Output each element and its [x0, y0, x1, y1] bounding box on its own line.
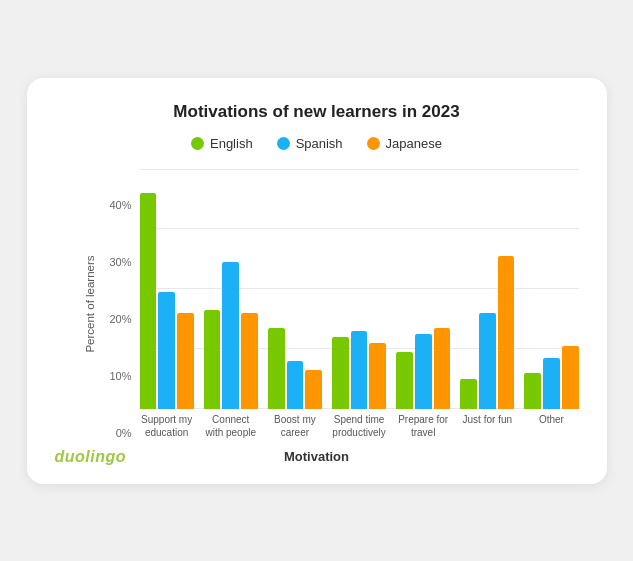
x-axis-label: Other	[524, 413, 578, 439]
x-axis-title: Motivation	[55, 449, 579, 464]
y-axis-label: 30%	[110, 256, 132, 268]
bar	[369, 343, 386, 409]
x-axis-label: Just for fun	[460, 413, 514, 439]
x-labels: Support myeducationConnectwith peopleBoo…	[140, 413, 579, 439]
legend-label: Japanese	[386, 136, 442, 151]
chart-container: Motivations of new learners in 2023 Engl…	[27, 78, 607, 484]
y-axis-label: 40%	[110, 199, 132, 211]
x-axis-label: Spend timeproductively	[332, 413, 386, 439]
bar	[460, 379, 477, 409]
legend-item-spanish: Spanish	[277, 136, 343, 151]
plot-area: Support myeducationConnectwith peopleBoo…	[140, 169, 579, 439]
bar	[351, 331, 368, 409]
bar	[415, 334, 432, 409]
legend-dot	[277, 137, 290, 150]
bar-group	[460, 256, 514, 409]
bar-group	[140, 193, 194, 409]
bar-group	[204, 262, 258, 409]
legend-item-english: English	[191, 136, 253, 151]
bar	[524, 373, 541, 409]
bar	[543, 358, 560, 409]
bar	[434, 328, 451, 409]
legend-item-japanese: Japanese	[367, 136, 442, 151]
bar	[177, 313, 194, 409]
legend-dot	[367, 137, 380, 150]
legend-label: English	[210, 136, 253, 151]
bar	[204, 310, 221, 409]
bar	[479, 313, 496, 409]
bar	[562, 346, 579, 409]
y-axis-title: Percent of learners	[83, 255, 95, 352]
bar	[287, 361, 304, 409]
bar	[396, 352, 413, 409]
x-axis-label: Support myeducation	[140, 413, 194, 439]
legend: English Spanish Japanese	[55, 136, 579, 151]
legend-label: Spanish	[296, 136, 343, 151]
y-axis-label: 20%	[110, 313, 132, 325]
bar-group	[396, 328, 450, 409]
bar-group	[332, 331, 386, 409]
x-axis-label: Connectwith people	[204, 413, 258, 439]
y-axis-label: 10%	[110, 370, 132, 382]
y-axis: 40%30%20%10%0%	[110, 199, 132, 439]
chart-title: Motivations of new learners in 2023	[55, 102, 579, 122]
bar-group	[268, 328, 322, 409]
x-axis-label: Prepare fortravel	[396, 413, 450, 439]
chart-wrapper: Percent of learners 40%30%20%10%0% Suppo…	[55, 169, 579, 439]
brand-logo: duolingo	[55, 448, 127, 466]
y-axis-label: 0%	[116, 427, 132, 439]
bar	[140, 193, 157, 409]
bar-group	[524, 346, 578, 409]
legend-dot	[191, 137, 204, 150]
bar	[305, 370, 322, 409]
bar	[268, 328, 285, 409]
bar	[332, 337, 349, 409]
chart-area: 40%30%20%10%0% Support myeducationConnec…	[110, 169, 579, 439]
x-axis-label: Boost mycareer	[268, 413, 322, 439]
bars-row	[140, 169, 579, 409]
bar	[158, 292, 175, 409]
bar	[222, 262, 239, 409]
bar	[241, 313, 258, 409]
bar	[498, 256, 515, 409]
